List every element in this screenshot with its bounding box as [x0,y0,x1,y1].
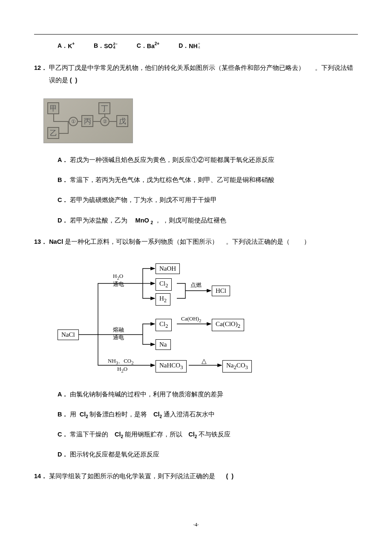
q13-num: 13． [34,236,47,248]
option-a: A． K + [58,42,75,50]
q12-body: 甲乙丙丁戊是中学常见的无机物，他们的转化关系如图所示（某些条件和部分产物已略去）… [49,62,358,87]
option-b-label: B． [94,42,104,50]
fig1-jia: 甲 [47,102,59,114]
fig1-bing: 丙 [81,115,93,127]
option-a-text: K [68,43,72,49]
q14-stem: 14． 某同学组装了如图所示的电化学装置，则下列说法正确的是 ( ) [34,470,358,482]
fig1-wu: 戊 [116,115,128,127]
q12-stem: 12． 甲乙丙丁戊是中学常见的无机物，他们的转化关系如图所示（某些条件和部分产物… [34,62,358,87]
label-tongdian-1: 通电 [113,280,124,288]
top-rule [34,34,358,35]
box-h2: H2 [156,293,170,306]
fig1-ding: 丁 [98,102,110,114]
option-b-text: SO [104,43,112,49]
q14-num: 14． [34,470,47,482]
option-c: C． Ba 2+ [137,42,159,50]
q12-opt-a: A． 若戊为一种强碱且焰色反应为黄色，则反应①②可能都属于氧化还原反应 [58,155,358,165]
q12-num: 12． [34,62,47,87]
option-d-label: D． [179,42,189,50]
label-delta: △ [202,357,207,365]
option-a-label: A． [58,42,68,50]
q12-opt-d: D． 若甲为浓盐酸，乙为 MnO 2 ， ，则戊可能使品红褪色 [58,216,358,225]
option-b: B． SO 2− 4 [94,42,118,50]
q14-body: 某同学组装了如图所示的电化学装置，则下列说法正确的是 ( ) [49,470,358,482]
q11-options: A． K + B． SO 2− 4 C． Ba 2+ D． NH + 4 [34,42,358,50]
label-nh3co2: NH3、CO2 [108,357,134,365]
q13-opt-b: B． 用 Cl2 制备漂白粉时，是将 Cl2 通入澄清石灰水中 [58,410,358,419]
option-d: D． NH + 4 [179,42,200,50]
q13-body: NaCl 是一种化工原料，可以制备一系列物质（如下图所示） 。下列说法正确的是（… [49,236,358,248]
fig1-c1: ① [69,117,78,126]
q13-options: A． 由氯化钠制备纯碱的过程中，利用了物质溶解度的差异 B． 用 Cl2 制备漂… [34,390,358,460]
box-cl2-a: Cl2 [156,278,172,291]
q12-opt-c: C． 若甲为硫磺燃烧产物，丁为水，则戊不可用于干燥甲 [58,195,358,205]
option-c-text: Ba [147,43,155,49]
option-d-supsub: + 4 [198,42,200,49]
q13-figure: NaCl NaOH Cl2 H2 HCl Cl2 Na Ca(ClO)2 NaH… [58,260,262,379]
box-na2co3: Na2CO3 [222,360,252,373]
q12-opt-b: B． 常温下，若丙为无色气体，戊为红棕色气体，则甲、乙可能是铜和稀硝酸 [58,175,358,185]
label-h2o-1: H2O [113,273,123,280]
box-nahco3: NaHCO3 [156,360,187,373]
option-d-text: NH [189,43,197,49]
option-b-supsub: 2− 4 [113,42,117,49]
q13-opt-c: C． 常温下干燥的 Cl2 能用钢瓶贮存，所以 Cl2 不与铁反应 [58,430,358,439]
box-caclo2: Ca(ClO)2 [212,319,244,331]
box-nacl: NaCl [58,329,79,340]
box-hcl: HCl [212,286,230,296]
label-dianran: 点燃 [190,281,202,289]
page-number: ·4· [0,521,392,528]
q13-stem: 13． NaCl 是一种化工原料，可以制备一系列物质（如下图所示） 。下列说法正… [34,236,358,248]
option-a-sup: + [72,41,75,46]
label-rongron: 熔融 [113,326,124,334]
label-caoh2: Ca(OH)2 [181,315,201,323]
q13-opt-a: A． 由氯化钠制备纯碱的过程中，利用了物质溶解度的差异 [58,390,358,399]
q13-opt-d: D． 图示转化反应都是氧化还原反应 [58,450,358,459]
box-naoh: NaOH [156,263,180,274]
q12-figure: 甲 乙 丙 丁 戊 ① ② [43,98,133,143]
option-c-label: C． [137,42,147,50]
q12-options: A． 若戊为一种强碱且焰色反应为黄色，则反应①②可能都属于氧化还原反应 B． 常… [34,155,358,225]
label-h2o-2: H2O [117,366,127,373]
option-c-sup: 2+ [155,41,159,46]
label-tongdian-2: 通电 [113,334,124,341]
box-cl2-b: Cl2 [156,319,172,331]
fig1-yi: 乙 [47,127,59,139]
box-na: Na [156,339,171,350]
fig1-c2: ② [100,117,110,126]
